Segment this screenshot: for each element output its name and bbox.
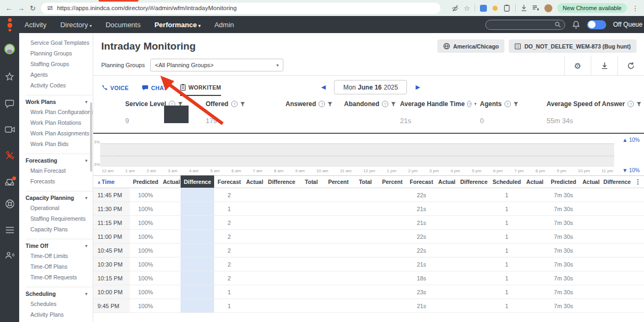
business-unit-button[interactable]: DO_NOT_DELETE_WEM-873 (Bug hunt): [509, 39, 637, 53]
person-audio-icon[interactable]: [5, 251, 14, 260]
sidebar-item-capacity-plans[interactable]: Capacity Plans: [26, 224, 93, 235]
column-header-difference-13[interactable]: Difference: [457, 176, 491, 188]
sidebar-section-time-off[interactable]: Time Off▾: [26, 239, 93, 249]
global-search-input[interactable]: [485, 20, 565, 30]
sidebar-scrollbar[interactable]: [90, 102, 92, 172]
refresh-button[interactable]: [617, 56, 644, 76]
help-icon[interactable]: ?: [504, 101, 511, 107]
column-header-actual-5[interactable]: Actual: [244, 176, 265, 188]
column-header-time[interactable]: ∧Time: [93, 176, 130, 188]
address-bar[interactable]: https://apps.inindca.com/directory/#/adm…: [41, 3, 441, 14]
notifications-bell-icon[interactable]: [572, 20, 580, 29]
column-header-difference-3[interactable]: Difference: [181, 176, 214, 188]
video-icon[interactable]: [5, 126, 15, 133]
sidebar-section-forecasting[interactable]: Forecasting▾: [26, 154, 93, 164]
sidebar-item-agents[interactable]: Agents: [26, 69, 93, 80]
table-row[interactable]: 10:00 PM100%123s17m 30s: [93, 285, 644, 299]
chart-zoom-down-button[interactable]: ▼ 10%: [622, 167, 640, 173]
filter-funnel-icon[interactable]: [328, 102, 332, 107]
chart-zoom-up-button[interactable]: ▲ 10%: [622, 137, 640, 143]
chat-icon[interactable]: [5, 99, 14, 108]
bookmark-star-icon[interactable]: ☆: [464, 5, 470, 12]
user-avatar[interactable]: [4, 44, 15, 54]
favorites-star-icon[interactable]: [5, 72, 14, 82]
sidebar-section-capacity-planning[interactable]: Capacity Planning▾: [26, 191, 93, 201]
sidebar-item-activity-plans[interactable]: Activity Plans: [26, 309, 93, 320]
next-day-arrow[interactable]: ▶: [415, 84, 420, 91]
help-icon[interactable]: ?: [382, 101, 388, 107]
download-icon[interactable]: [520, 4, 527, 12]
nav-admin[interactable]: Admin: [214, 21, 234, 29]
profile-avatar[interactable]: [544, 4, 552, 12]
sidebar-item-shift-trades[interactable]: Shift Trades: [26, 320, 93, 322]
column-header-total-7[interactable]: Total: [298, 176, 324, 188]
table-menu-kebab[interactable]: ⋮: [632, 176, 644, 188]
tab-workitem[interactable]: WORKITEM: [180, 84, 222, 96]
extension-icon[interactable]: [492, 5, 499, 12]
nav-performance[interactable]: Performance▾: [154, 21, 201, 29]
extension-icon[interactable]: [480, 5, 487, 12]
sidebar-item-work-plan-configurations[interactable]: Work Plan Configurations: [26, 107, 93, 117]
sidebar-item-work-plan-assignments[interactable]: Work Plan Assignments: [26, 128, 93, 139]
queue-status-toggle[interactable]: [587, 20, 606, 29]
filter-funnel-icon[interactable]: [637, 102, 641, 107]
sidebar-item-forecasts[interactable]: Forecasts: [26, 176, 93, 187]
sidebar-item-time-off-requests[interactable]: Time-Off Requests: [26, 272, 93, 283]
help-icon[interactable]: ?: [319, 101, 325, 107]
table-row[interactable]: 11:15 PM100%221s17m 30s: [93, 216, 644, 230]
nav-activity[interactable]: Activity: [25, 21, 46, 29]
timezone-button[interactable]: America/Chicago: [437, 39, 505, 53]
table-row[interactable]: 11:00 PM100%222s17m 30s: [93, 230, 644, 244]
table-row[interactable]: 11:45 PM100%222s17m 30s: [93, 188, 644, 202]
table-row[interactable]: 10:15 PM100%218s17m 30s: [93, 271, 644, 285]
column-header-difference-18[interactable]: Difference: [602, 176, 632, 188]
help-icon[interactable]: ?: [231, 101, 238, 107]
previous-day-arrow[interactable]: ◀: [321, 84, 325, 91]
tab-voice[interactable]: VOICE: [101, 84, 129, 96]
phone-disabled-icon[interactable]: [5, 151, 14, 160]
sidebar-item-planning-groups[interactable]: Planning Groups: [26, 48, 93, 59]
sidebar-section-scheduling[interactable]: Scheduling▾: [26, 287, 93, 297]
forward-button[interactable]: →: [18, 5, 25, 12]
nav-documents[interactable]: Documents: [105, 21, 141, 29]
sidebar-section-work-plans[interactable]: Work Plans▾: [26, 95, 93, 105]
planning-groups-select[interactable]: <All Planning Groups> ▾: [150, 59, 283, 71]
table-row[interactable]: 10:45 PM100%222s17m 30s: [93, 244, 644, 257]
sidebar-item-time-off-plans[interactable]: Time-Off Plans: [26, 261, 93, 272]
nav-directory[interactable]: Directory▾: [60, 21, 92, 29]
reload-button[interactable]: ↻: [30, 5, 36, 12]
chrome-menu-icon[interactable]: ⋮: [632, 5, 639, 12]
help-circle-icon[interactable]: [5, 199, 15, 209]
date-picker-button[interactable]: MonJune 162025: [334, 80, 407, 94]
column-header-actual-15[interactable]: Actual: [523, 176, 547, 188]
sidebar-item-staffing-groups[interactable]: Staffing Groups: [26, 59, 93, 69]
filter-funnel-icon[interactable]: [240, 102, 245, 107]
sidebar-item-staffing-requirements[interactable]: Staffing Requirements: [26, 213, 93, 224]
sidebar-item-service-goal-templates[interactable]: Service Goal Templates: [26, 37, 93, 48]
settings-gear-button[interactable]: ⚙: [564, 56, 591, 76]
new-chrome-button[interactable]: New Chrome available: [557, 3, 627, 13]
sidebar-item-work-plan-rotations[interactable]: Work Plan Rotations: [26, 117, 93, 128]
export-download-button[interactable]: [591, 56, 617, 76]
tab-chat[interactable]: CHAT: [142, 84, 167, 96]
column-header-percent-10[interactable]: Percent: [378, 176, 406, 188]
filter-funnel-icon[interactable]: [391, 102, 396, 107]
column-header-actual-12[interactable]: Actual: [437, 176, 458, 188]
genesys-logo[interactable]: [0, 18, 19, 31]
site-info-icon[interactable]: [47, 5, 53, 11]
sidebar-item-activity-codes[interactable]: Activity Codes: [26, 80, 93, 91]
sidebar-item-operational[interactable]: Operational: [26, 203, 93, 213]
table-row[interactable]: 10:30 PM100%221s17m 30s: [93, 257, 644, 271]
column-header-total-9[interactable]: Total: [353, 176, 379, 188]
filter-funnel-icon[interactable]: [513, 102, 518, 107]
inbox-icon[interactable]: [5, 178, 14, 186]
column-header-scheduled-14[interactable]: Scheduled: [491, 176, 523, 188]
column-header-forecast-11[interactable]: Forecast: [406, 176, 437, 188]
table-row[interactable]: 9:45 PM100%121s17m 30s: [93, 299, 644, 313]
column-header-actual-2[interactable]: Actual: [161, 176, 181, 188]
password-eye-off-icon[interactable]: [451, 4, 459, 12]
column-header-percent-8[interactable]: Percent: [324, 176, 353, 188]
clipboard-extension-icon[interactable]: [503, 4, 510, 12]
sidebar-item-time-off-limits[interactable]: Time-Off Limits: [26, 251, 93, 261]
sidebar-item-main-forecast[interactable]: Main Forecast: [26, 165, 93, 176]
